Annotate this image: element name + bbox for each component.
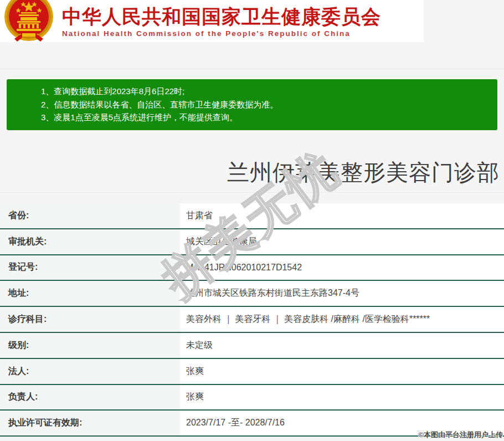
institution-name-title: 兰州伊莱美整形美容门诊部 — [227, 157, 500, 188]
row-value: 甘肃省 — [180, 203, 504, 228]
row-label: 法人: — [0, 359, 180, 384]
site-title-english: National Health Commission of the People… — [62, 29, 381, 38]
notice-box: 1、查询数据截止到2023年8月6日22时; 2、信息数据结果以各省、自治区、直… — [7, 79, 497, 130]
table-row-address: 地址: 兰州市城关区铁路东村街道民主东路347-4号 — [0, 281, 504, 307]
notice-item-2: 2、信息数据结果以各省、自治区、直辖市卫生健康委数据为准。 — [41, 98, 486, 111]
footer-upload-watermark: ©本图由平台注册用户上传 — [418, 430, 503, 440]
china-national-emblem-icon — [0, 0, 59, 42]
row-label: 负责人: — [0, 385, 180, 410]
table-row-medical-subjects: 诊疗科目: 美容外科 ｜ 美容牙科 ｜ 美容皮肤科 /麻醉科 /医学检验科***… — [0, 307, 504, 333]
row-label: 地址: — [0, 281, 180, 306]
site-title-chinese: 中华人民共和国国家卫生健康委员会 — [62, 7, 381, 27]
table-row-registration-number: 登记号: MA741JRN062010217D1542 — [0, 255, 504, 281]
table-row-person-in-charge: 负责人: 张爽 — [0, 385, 504, 411]
row-value: 美容外科 ｜ 美容牙科 ｜ 美容皮肤科 /麻醉科 /医学检验科****** — [180, 307, 504, 332]
row-value: 未定级 — [180, 333, 504, 358]
table-row-approval-authority: 审批机关: 城关区卫生健康局 — [0, 229, 504, 255]
row-label: 执业许可证有效期: — [0, 411, 180, 435]
header-divider — [0, 69, 504, 69]
row-value: 张爽 — [180, 385, 504, 410]
row-label: 省份: — [0, 203, 180, 228]
row-value: 城关区卫生健康局 — [180, 229, 504, 254]
row-value: 张爽 — [180, 359, 504, 384]
row-label: 审批机关: — [0, 229, 180, 254]
table-row-level: 级别: 未定级 — [0, 333, 504, 359]
institution-detail-table: 省份: 甘肃省 审批机关: 城关区卫生健康局 登记号: MA741JRN0620… — [0, 203, 504, 437]
row-value: 兰州市城关区铁路东村街道民主东路347-4号 — [180, 281, 504, 306]
row-value: MA741JRN062010217D1542 — [180, 255, 504, 280]
table-row-legal-person: 法人: 张爽 — [0, 359, 504, 385]
site-header: 中华人民共和国国家卫生健康委员会 National Health Commiss… — [0, 0, 424, 42]
table-row-province: 省份: 甘肃省 — [0, 203, 504, 229]
notice-item-3: 3、凌晨1点至凌晨5点系统进行维护，不能提供查询。 — [41, 111, 486, 124]
title-divider — [0, 192, 504, 193]
row-label: 诊疗科目: — [0, 307, 180, 332]
notice-item-1: 1、查询数据截止到2023年8月6日22时; — [41, 85, 486, 98]
row-label: 登记号: — [0, 255, 180, 280]
row-label: 级别: — [0, 333, 180, 358]
